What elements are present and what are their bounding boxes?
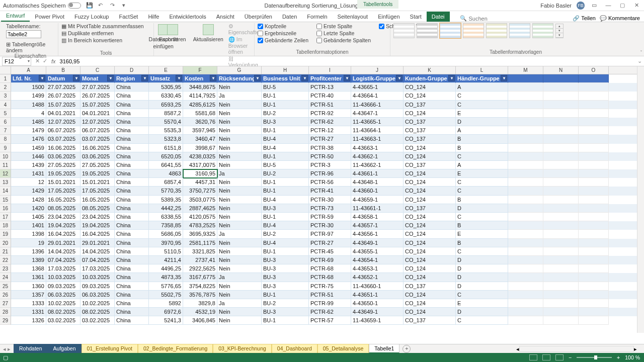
empty-cell[interactable]: [543, 273, 579, 282]
empty-cell[interactable]: [543, 213, 579, 221]
cell[interactable]: 2922,5625: [183, 264, 217, 273]
cell[interactable]: PCTR-62: [309, 308, 351, 316]
cell[interactable]: B: [456, 239, 508, 247]
cell[interactable]: 19.05.2025: [80, 169, 115, 178]
empty-cell[interactable]: [508, 282, 543, 291]
cell[interactable]: 16.04.2025: [46, 230, 80, 238]
empty-cell[interactable]: [579, 152, 609, 161]
cell[interactable]: 4-43654-1: [351, 256, 404, 264]
empty-cell[interactable]: [543, 83, 579, 92]
cell[interactable]: 11-43663-1: [351, 135, 404, 143]
empty-cell[interactable]: [543, 152, 579, 161]
filter-icon[interactable]: ▾: [301, 75, 308, 81]
cell[interactable]: China: [115, 316, 149, 325]
empty-cell[interactable]: [579, 118, 609, 126]
cell[interactable]: PCTR-56: [309, 178, 351, 187]
sheet-tab[interactable]: Tabelle1: [369, 344, 399, 353]
empty-cell[interactable]: [579, 213, 609, 221]
filter-icon[interactable]: ▾: [344, 75, 350, 81]
cell[interactable]: BU-4: [262, 196, 309, 204]
convert-range-button[interactable]: ▥ In Bereich konvertieren: [61, 37, 144, 43]
cell[interactable]: CO_124: [404, 196, 456, 204]
cell[interactable]: 12: [11, 178, 46, 187]
row-header[interactable]: 28: [0, 308, 11, 316]
cell[interactable]: BU-2: [262, 169, 309, 178]
cell[interactable]: 11-43661-1: [351, 204, 404, 213]
cell[interactable]: 5770,35: [149, 187, 183, 195]
cell[interactable]: CO_124: [404, 187, 456, 195]
cell[interactable]: Nein: [217, 135, 262, 143]
sheet-tab[interactable]: Aufgaben: [48, 344, 82, 353]
cell[interactable]: 4-43664-1: [351, 92, 404, 100]
cell[interactable]: 19.04.2025: [80, 221, 115, 230]
empty-cell[interactable]: [508, 264, 543, 273]
empty-cell[interactable]: [543, 101, 579, 109]
cell[interactable]: China: [115, 299, 149, 308]
row-header[interactable]: 6: [0, 118, 11, 126]
cell[interactable]: 03.06.2025: [46, 152, 80, 161]
empty-cell[interactable]: [508, 83, 543, 92]
cell[interactable]: 3321,825: [183, 247, 217, 256]
cell[interactable]: 6520,05: [149, 152, 183, 161]
cell[interactable]: 27.05.2025: [46, 161, 80, 169]
cell[interactable]: CO_124: [404, 83, 456, 92]
cell[interactable]: 1398: [11, 230, 46, 238]
ribbon-tab-power pivot[interactable]: Power Pivot: [30, 12, 69, 22]
row-header[interactable]: 26: [0, 291, 11, 299]
empty-cell[interactable]: [579, 299, 609, 308]
styles-gallery[interactable]: ▴▾▾: [393, 23, 638, 38]
normal-view-icon[interactable]: [529, 354, 537, 360]
table-header-cell[interactable]: Händler-Gruppe▾: [456, 74, 508, 83]
cell[interactable]: 1401: [11, 221, 46, 230]
filter-icon[interactable]: ▾: [501, 75, 507, 81]
cell[interactable]: 06.03.2025: [46, 291, 80, 299]
cell[interactable]: 03.07.2025: [46, 135, 80, 143]
row-header[interactable]: 23: [0, 264, 11, 273]
cell[interactable]: 26.07.2025: [46, 92, 80, 100]
filter-icon[interactable]: ▾: [448, 75, 455, 81]
row-header[interactable]: 14: [0, 187, 11, 195]
empty-cell[interactable]: [508, 92, 543, 100]
cell[interactable]: PCTR-96: [309, 169, 351, 178]
column-header[interactable]: H: [262, 66, 309, 74]
cell[interactable]: 5502,75: [149, 291, 183, 299]
cell[interactable]: BU-3: [262, 273, 309, 282]
empty-cell[interactable]: [579, 161, 609, 169]
cell[interactable]: 08.05.2025: [80, 204, 115, 213]
cell[interactable]: 3448,8675: [183, 83, 217, 92]
table-header-cell[interactable]: Kunden-Gruppe▾: [404, 74, 456, 83]
filter-icon[interactable]: ▾: [176, 75, 182, 81]
empty-cell[interactable]: [543, 74, 579, 83]
ribbon-tab-datei[interactable]: Datei: [427, 12, 450, 22]
empty-cell[interactable]: [508, 247, 543, 256]
cell[interactable]: 06.07.2025: [80, 126, 115, 135]
empty-cell[interactable]: [579, 282, 609, 291]
table-header-cell[interactable]: Datum▾: [46, 74, 80, 83]
sheet-tab[interactable]: 02_Bedingte_Formatierung: [138, 344, 213, 353]
cell[interactable]: 4238,0325: [183, 152, 217, 161]
empty-cell[interactable]: [579, 230, 609, 238]
empty-cell[interactable]: [508, 204, 543, 213]
cell[interactable]: China: [115, 83, 149, 92]
cell[interactable]: Nein: [217, 83, 262, 92]
cell[interactable]: 1368: [11, 264, 46, 273]
cell[interactable]: 1428: [11, 196, 46, 204]
empty-cell[interactable]: [543, 109, 579, 118]
column-header[interactable]: K: [404, 66, 456, 74]
cell[interactable]: Ja: [217, 273, 262, 282]
cell[interactable]: PCTR-69: [309, 256, 351, 264]
cell[interactable]: 10.02.2025: [46, 299, 80, 308]
cell[interactable]: BU-5: [262, 83, 309, 92]
row-header[interactable]: 7: [0, 126, 11, 135]
sheet-nav-prev-icon[interactable]: ◂: [3, 346, 6, 352]
row-header[interactable]: 25: [0, 282, 11, 291]
cell[interactable]: PCTR-30: [309, 196, 351, 204]
cell[interactable]: BU-1: [262, 92, 309, 100]
sheet-nav-next-icon[interactable]: ▸: [8, 346, 11, 352]
cell[interactable]: 3406,845: [183, 316, 217, 325]
cell[interactable]: China: [115, 264, 149, 273]
cell[interactable]: C: [456, 316, 508, 325]
cell[interactable]: 4-43656-1: [351, 230, 404, 238]
cell[interactable]: 19.05.2025: [46, 169, 80, 178]
cell[interactable]: CO_124: [404, 221, 456, 230]
